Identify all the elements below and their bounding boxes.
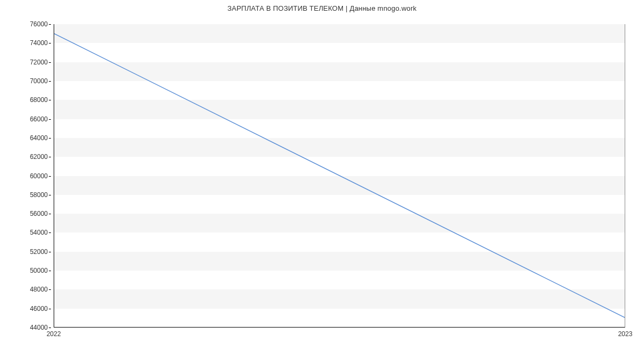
y-tick-label: 48000 — [30, 286, 48, 293]
y-tick-label: 44000 — [30, 324, 48, 331]
y-tick-label: 50000 — [30, 267, 48, 274]
data-line — [54, 24, 625, 327]
y-tick-label: 66000 — [30, 115, 48, 123]
y-tick-label: 72000 — [30, 59, 48, 66]
plot-area — [54, 24, 625, 328]
x-tick-label: 2023 — [618, 330, 633, 338]
y-tick-label: 58000 — [30, 191, 48, 199]
y-tick-label: 68000 — [30, 96, 48, 104]
y-tick-label: 62000 — [30, 153, 48, 161]
y-tick-label: 74000 — [30, 39, 48, 47]
y-axis: 4400046000480005000052000540005600058000… — [0, 24, 51, 328]
y-tick-label: 60000 — [30, 172, 48, 180]
x-tick-label: 2022 — [47, 330, 61, 338]
plot-container — [54, 24, 625, 328]
y-tick-label: 64000 — [30, 134, 48, 142]
y-tick-label: 70000 — [30, 77, 48, 85]
y-tick-label: 56000 — [30, 210, 48, 217]
y-tick-label: 76000 — [30, 20, 48, 28]
y-tick-label: 46000 — [30, 305, 48, 312]
y-tick-label: 52000 — [30, 248, 48, 256]
chart-title: ЗАРПЛАТА В ПОЗИТИВ ТЕЛЕКОМ | Данные mnog… — [0, 0, 644, 12]
y-tick-label: 54000 — [30, 229, 48, 236]
